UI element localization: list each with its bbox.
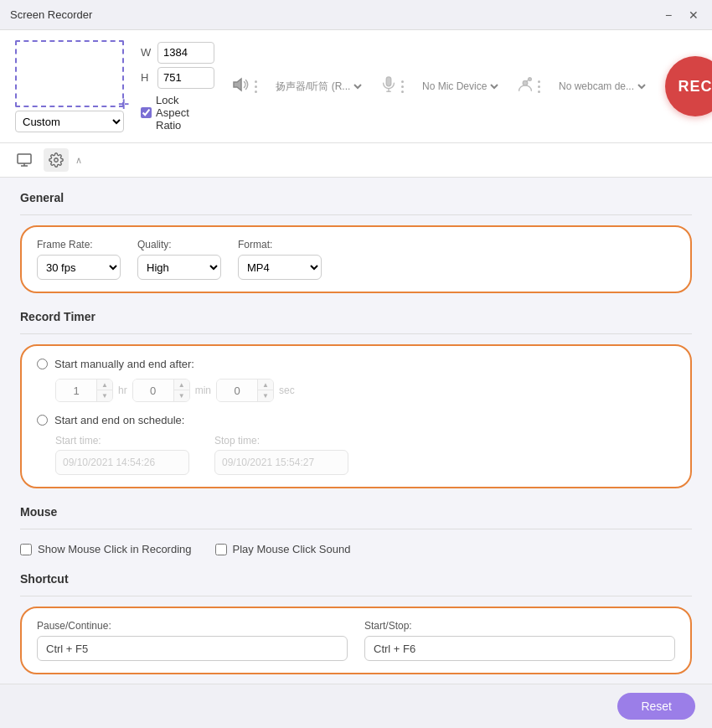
tab-screen[interactable] — [12, 148, 37, 172]
show-click-label: Show Mouse Click in Recording — [38, 543, 192, 555]
play-click-checkbox[interactable] — [215, 544, 227, 555]
start-time-input[interactable] — [55, 450, 189, 475]
shortcut-row: Pause/Continue: Start/Stop: — [37, 620, 675, 661]
pause-label: Pause/Continue: — [37, 620, 348, 632]
min-down-button[interactable]: ▼ — [174, 390, 189, 401]
app-title: Screen Recorder — [10, 8, 660, 21]
play-click-option: Play Mouse Click Sound — [215, 543, 351, 555]
min-input[interactable] — [133, 379, 173, 401]
start-stop-label: Start/Stop: — [364, 620, 675, 632]
mic-dots[interactable] — [401, 80, 404, 93]
format-select[interactable]: MP4 MOV AVI GIF — [238, 255, 322, 280]
media-controls: 扬声器/听筒 (R... — [231, 75, 648, 99]
mic-icon — [379, 75, 398, 98]
schedule-radio[interactable] — [37, 415, 48, 426]
sec-up-button[interactable]: ▲ — [258, 379, 273, 390]
sec-input[interactable] — [217, 379, 257, 401]
height-label: H — [141, 71, 152, 84]
manual-label: Start manually and end after: — [54, 358, 194, 370]
mouse-options: Show Mouse Click in Recording Play Mouse… — [20, 540, 692, 572]
play-click-label: Play Mouse Click Sound — [233, 543, 351, 555]
speaker-device — [231, 75, 257, 99]
speaker-select[interactable]: 扬声器/听筒 (R... — [272, 80, 364, 93]
tab-expand-icon[interactable]: ∧ — [75, 155, 82, 166]
general-title: General — [20, 191, 692, 204]
start-stop-input[interactable] — [364, 636, 675, 661]
start-stop-field: Start/Stop: — [364, 620, 675, 661]
minimize-button[interactable]: − — [660, 7, 677, 23]
width-input[interactable] — [157, 42, 214, 64]
mic-device — [379, 75, 404, 98]
mic-select[interactable]: No Mic Device — [419, 80, 501, 93]
lock-row: Lock Aspect Ratio — [141, 94, 214, 132]
hr-spinner: ▲ ▼ — [55, 379, 113, 402]
svg-point-10 — [54, 158, 59, 163]
tab-settings[interactable] — [44, 148, 69, 172]
quality-group: Quality: High Medium Low — [137, 239, 221, 280]
capture-area-preview[interactable]: ✛ — [15, 40, 124, 107]
shortcut-card: Pause/Continue: Start/Stop: — [20, 607, 692, 674]
timer-divider — [20, 333, 692, 334]
min-spinner: ▲ ▼ — [132, 379, 190, 402]
start-time-label: Start time: — [55, 435, 189, 447]
dimension-controls: W H Lock Aspect Ratio — [141, 42, 214, 132]
stop-time-field: Stop time: — [214, 435, 348, 475]
speaker-icon — [231, 75, 251, 99]
svg-rect-1 — [386, 76, 391, 85]
timer-inputs: ▲ ▼ hr ▲ ▼ min ▲ ▼ — [55, 379, 675, 402]
schedule-times: Start time: Stop time: — [55, 435, 675, 475]
reset-button[interactable]: Reset — [617, 693, 695, 720]
title-bar: Screen Recorder − ✕ — [0, 0, 712, 30]
min-up-button[interactable]: ▲ — [174, 379, 189, 390]
frame-rate-label: Frame Rate: — [37, 239, 121, 250]
show-click-checkbox[interactable] — [20, 544, 32, 555]
pause-input[interactable] — [37, 636, 348, 661]
preset-select[interactable]: Custom Full Screen 720p 1080p — [15, 111, 124, 132]
speaker-dots[interactable] — [255, 80, 257, 93]
stop-time-input[interactable] — [214, 450, 348, 475]
rec-button[interactable]: REC — [665, 56, 712, 116]
svg-line-6 — [526, 80, 529, 81]
height-row: H — [141, 67, 214, 89]
min-unit: min — [195, 385, 211, 396]
format-group: Format: MP4 MOV AVI GIF — [238, 239, 322, 280]
height-input[interactable] — [157, 67, 214, 89]
close-button[interactable]: ✕ — [685, 7, 702, 23]
webcam-select[interactable]: No webcam de... — [555, 80, 648, 93]
start-time-field: Start time: — [55, 435, 189, 475]
main-area: ✛ Custom Full Screen 720p 1080p W H Lock… — [0, 30, 712, 728]
sec-unit: sec — [279, 385, 295, 396]
bottom-bar: Reset — [0, 684, 712, 728]
stop-time-label: Stop time: — [214, 435, 348, 447]
width-label: W — [141, 46, 152, 59]
frame-rate-select[interactable]: 30 fps 20 fps 15 fps 60 fps — [37, 255, 121, 280]
crosshair-icon: ✛ — [118, 96, 129, 112]
webcam-device — [516, 75, 540, 98]
sec-spinner-buttons: ▲ ▼ — [257, 379, 273, 401]
window-controls: − ✕ — [660, 7, 702, 23]
tab-bar: ∧ — [0, 143, 712, 178]
mouse-title: Mouse — [20, 505, 692, 519]
show-click-option: Show Mouse Click in Recording — [20, 543, 192, 555]
shortcut-divider — [20, 596, 692, 596]
svg-marker-0 — [234, 79, 241, 90]
lock-label: Lock Aspect Ratio — [156, 94, 214, 132]
sec-down-button[interactable]: ▼ — [258, 390, 273, 401]
webcam-icon — [516, 75, 534, 98]
general-card: Frame Rate: 30 fps 20 fps 15 fps 60 fps … — [20, 225, 692, 293]
hr-up-button[interactable]: ▲ — [97, 379, 112, 390]
shortcut-title: Shortcut — [20, 572, 692, 586]
manual-option: Start manually and end after: — [37, 358, 675, 370]
general-divider — [20, 214, 692, 215]
mouse-divider — [20, 529, 692, 529]
manual-radio[interactable] — [37, 359, 48, 369]
quality-select[interactable]: High Medium Low — [137, 255, 221, 280]
lock-checkbox[interactable] — [141, 107, 152, 118]
hr-down-button[interactable]: ▼ — [97, 390, 112, 401]
hr-input[interactable] — [56, 379, 96, 401]
hr-spinner-buttons: ▲ ▼ — [96, 379, 112, 401]
pause-field: Pause/Continue: — [37, 620, 348, 661]
width-row: W — [141, 42, 214, 64]
min-spinner-buttons: ▲ ▼ — [173, 379, 189, 401]
webcam-dots[interactable] — [538, 80, 540, 93]
